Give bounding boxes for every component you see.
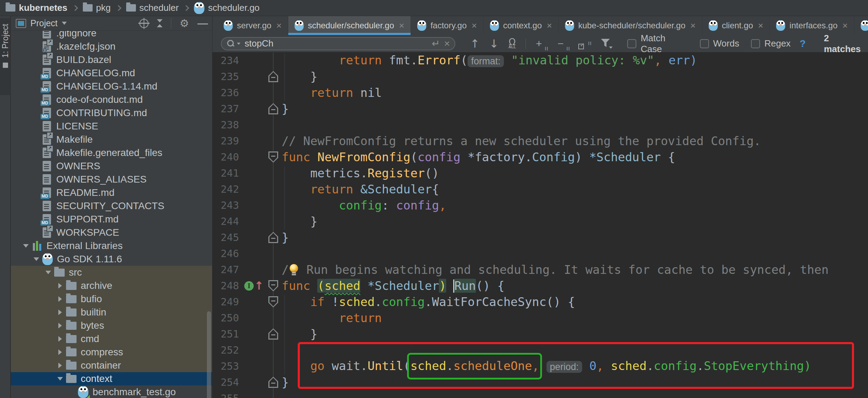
tree-row[interactable]: Go SDK 1.11.6	[11, 253, 212, 266]
tree-row[interactable]: src	[11, 266, 212, 279]
tree-row[interactable]: code-of-conduct.md	[11, 93, 212, 106]
fold-region-start-icon[interactable]	[268, 151, 278, 163]
code-line[interactable]: 249 if !sched.config.WaitForCacheSync() …	[212, 294, 868, 310]
chevron-collapsed-icon[interactable]	[55, 349, 65, 355]
tree-row[interactable]: builtin	[11, 306, 212, 319]
close-icon[interactable]: ×	[547, 21, 552, 30]
chevron-collapsed-icon[interactable]	[55, 363, 65, 368]
tree-row[interactable]: context	[11, 372, 212, 385]
code-line[interactable]: 238	[212, 117, 868, 133]
code-line[interactable]: 235 }	[212, 69, 868, 85]
tree-row[interactable]: container	[11, 359, 212, 372]
close-icon[interactable]: ×	[472, 21, 477, 30]
add-selection-icon[interactable]: +ΙΙ	[536, 38, 548, 49]
code-line[interactable]: 241 metrics.Register()	[212, 165, 868, 181]
search-input[interactable]: stopCh ↵ ×	[221, 37, 455, 50]
locate-file-icon[interactable]	[139, 19, 149, 28]
close-icon[interactable]: ×	[842, 21, 848, 30]
chevron-collapsed-icon[interactable]	[55, 296, 65, 302]
breadcrumb-item[interactable]: pkg	[83, 2, 111, 13]
implements-interface-icon[interactable]: I	[244, 281, 254, 291]
tree-row[interactable]: Makefile.generated_files	[11, 146, 212, 159]
editor-tab[interactable]: client.go×	[702, 16, 770, 35]
code-line[interactable]: 245}	[212, 229, 868, 246]
code-line[interactable]: 246	[212, 246, 868, 262]
code-line[interactable]: 239// NewFromConfig returns a new schedu…	[212, 133, 868, 149]
next-occurrence-icon[interactable]: ↓	[489, 38, 499, 49]
fold-region-end-icon[interactable]	[268, 71, 278, 82]
collapse-all-icon[interactable]	[157, 19, 162, 27]
project-view-selector[interactable]: Project	[16, 18, 139, 28]
tree-row[interactable]: CHANGELOG.md	[11, 66, 212, 80]
editor-tab[interactable]: kube-scheduler/scheduler.go×	[559, 16, 702, 35]
code-line[interactable]: 250 return	[212, 310, 868, 326]
code-line[interactable]: 242 return &Scheduler{	[212, 181, 868, 197]
find-all-icon[interactable]: ΩALL	[508, 39, 516, 49]
checkbox-icon[interactable]	[627, 39, 636, 48]
tree-row[interactable]: WORKSPACE	[11, 226, 212, 239]
fold-region-end-icon[interactable]	[268, 377, 278, 388]
code-line[interactable]: 243 config: config,	[212, 197, 868, 213]
editor-tab[interactable]: interfaces.go×	[770, 16, 854, 35]
code-line[interactable]: 244 }	[212, 213, 868, 229]
fold-region-start-icon[interactable]	[268, 296, 278, 307]
tree-row[interactable]: .kazelcfg.json	[11, 40, 212, 53]
editor-tab[interactable]: server.go×	[217, 16, 288, 35]
tree-row[interactable]: External Libraries	[11, 239, 212, 253]
tree-row[interactable]: BUILD.bazel	[11, 53, 212, 66]
tree-scrollbar[interactable]	[207, 311, 211, 398]
code-line[interactable]: 252	[212, 342, 868, 358]
code-line[interactable]: 255	[212, 390, 868, 398]
search-query[interactable]: stopCh	[245, 38, 428, 49]
chevron-collapsed-icon[interactable]	[55, 310, 65, 315]
chevron-collapsed-icon[interactable]	[55, 323, 65, 328]
fold-region-start-icon[interactable]	[268, 280, 278, 291]
close-icon[interactable]: ×	[690, 21, 696, 30]
project-tool-window-tab[interactable]: 1: Project	[0, 18, 10, 95]
breadcrumb-item[interactable]: scheduler	[126, 2, 179, 13]
checkbox-icon[interactable]	[700, 39, 709, 48]
regex-help-icon[interactable]: ?	[800, 38, 806, 49]
remove-selection-icon[interactable]: −ΙΙ	[557, 38, 569, 49]
breadcrumb-item[interactable]: kubernetes	[6, 2, 67, 13]
close-icon[interactable]: ×	[758, 21, 763, 30]
code-line[interactable]: 237}	[212, 101, 868, 117]
tree-row[interactable]: OWNERS	[11, 159, 212, 173]
tree-row[interactable]: README.md	[11, 186, 212, 199]
checkbox-icon[interactable]	[751, 39, 760, 48]
search-icon[interactable]	[226, 40, 235, 48]
previous-occurrence-icon[interactable]: ↑	[470, 38, 479, 49]
tree-row[interactable]: cmd	[11, 332, 212, 346]
fold-region-end-icon[interactable]	[268, 103, 278, 114]
tree-row[interactable]: archive	[11, 279, 212, 292]
tree-row[interactable]: Makefile	[11, 133, 212, 146]
code-line[interactable]: 248I↑func (sched *Scheduler) Run() {	[212, 278, 868, 294]
code-line[interactable]: 234 return fmt.Errorf(format: "invalid p…	[212, 52, 868, 69]
close-icon[interactable]: ×	[399, 21, 404, 30]
editor-tab[interactable]: factory.go×	[411, 16, 484, 35]
code-editor[interactable]: 234 return fmt.Errorf(format: "invalid p…	[212, 52, 868, 398]
breadcrumb-item[interactable]: scheduler.go	[194, 2, 259, 14]
toggle-regex[interactable]: Regex	[751, 38, 790, 49]
tree-row[interactable]: bytes	[11, 319, 212, 332]
tree-row[interactable]: CHANGELOG-1.14.md	[11, 80, 212, 93]
chevron-expanded-icon[interactable]	[21, 244, 31, 248]
editor-tab[interactable]: scheduler/scheduler.go×	[288, 16, 411, 35]
newline-icon[interactable]: ↵	[432, 38, 440, 49]
code-line[interactable]: 240func NewFromConfig(config *factory.Co…	[212, 149, 868, 165]
fold-region-end-icon[interactable]	[268, 328, 278, 340]
gear-icon[interactable]: ⚙	[180, 18, 189, 29]
tree-row[interactable]: compress	[11, 346, 212, 359]
code-line[interactable]: 247/ Run begins watching and scheduling.…	[212, 262, 868, 278]
tree-row[interactable]: bufio	[11, 292, 212, 306]
code-line[interactable]: 236 return nil	[212, 85, 868, 101]
code-line[interactable]: 254}	[212, 374, 868, 390]
toggle-match-case[interactable]: Match Case	[627, 33, 688, 55]
close-icon[interactable]: ×	[276, 21, 282, 30]
chevron-expanded-icon[interactable]	[31, 257, 42, 261]
chevron-collapsed-icon[interactable]	[55, 283, 65, 289]
tree-row[interactable]: LICENSE	[11, 120, 212, 133]
tree-row[interactable]: SUPPORT.md	[11, 213, 212, 226]
tree-row[interactable]: CONTRIBUTING.md	[11, 106, 212, 120]
filter-icon[interactable]	[601, 39, 611, 49]
